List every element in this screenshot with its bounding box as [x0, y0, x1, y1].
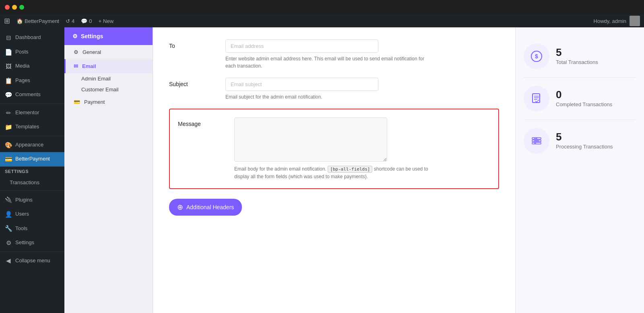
message-hint: Email body for the admin email notificat…	[234, 165, 436, 180]
dollar-circle-icon: $	[530, 50, 543, 63]
settings-nav-email[interactable]: ✉ Email	[64, 59, 153, 73]
processing-number: 5	[556, 131, 613, 143]
shortcode-tag: [bp-all-fields]	[328, 166, 372, 173]
posts-icon: 📄	[5, 48, 12, 56]
svg-rect-8	[532, 142, 541, 144]
message-textarea[interactable]	[234, 117, 387, 162]
wp-logo-icon[interactable]: ⊞	[4, 16, 10, 25]
media-icon: 🖼	[5, 62, 12, 70]
sidebar-label: Plugins	[15, 197, 33, 204]
sidebar-item-transactions[interactable]: Transactions	[0, 176, 64, 189]
completed-icon-circle	[524, 86, 549, 111]
stat-info-completed: 0 Completed Transactions	[556, 89, 612, 108]
appearance-icon: 🎨	[5, 141, 12, 149]
subject-input[interactable]	[225, 78, 378, 91]
sidebar-item-comments[interactable]: 💬 Comments	[0, 88, 64, 102]
process-lines-icon	[530, 134, 543, 147]
sidebar-label: Pages	[15, 77, 30, 84]
sidebar-item-users[interactable]: 👤 Users	[0, 207, 64, 222]
settings-nav-payment[interactable]: 💳 Payment	[64, 95, 153, 109]
settings-nav-admin-email[interactable]: Admin Email	[64, 73, 153, 84]
sidebar-label: Appearance	[15, 142, 43, 148]
sidebar-item-tools[interactable]: 🔧 Tools	[0, 221, 64, 236]
subject-hint: Email subject for the admin email notifi…	[225, 93, 427, 101]
avatar[interactable]	[630, 16, 640, 26]
tools-icon: 🔧	[5, 224, 12, 233]
sidebar-item-plugins[interactable]: 🔌 Plugins	[0, 193, 64, 207]
maximize-button[interactable]	[19, 5, 24, 10]
payment-icon: 💳	[74, 99, 80, 105]
sidebar-item-betterpayment[interactable]: 💳 BetterPayment	[0, 152, 64, 167]
message-field: Email body for the admin email notificat…	[234, 117, 490, 180]
sidebar-item-posts[interactable]: 📄 Posts	[0, 45, 64, 60]
message-row: Message Email body for the admin email n…	[178, 117, 490, 180]
sidebar-item-pages[interactable]: 📋 Pages	[0, 74, 64, 88]
window-controls	[5, 5, 24, 10]
home-icon: 🏠	[17, 18, 23, 24]
completed-number: 0	[556, 89, 612, 101]
sidebar-label: Settings	[15, 239, 34, 246]
to-input[interactable]	[225, 39, 378, 53]
sidebar-label: Posts	[15, 49, 29, 56]
content-area: ⚙ Settings ⚙ General ✉ Email Admin Email…	[64, 27, 644, 313]
site-name[interactable]: 🏠 BetterPayment	[17, 18, 59, 24]
message-section: Message Email body for the admin email n…	[169, 109, 499, 189]
message-label: Message	[178, 117, 226, 127]
settings-tab-header[interactable]: ⚙ Settings	[64, 27, 153, 45]
plus-circle-icon: ⊕	[177, 203, 183, 212]
total-label: Total Transactions	[556, 59, 598, 66]
howdy-label: Howdy, admin	[594, 18, 626, 24]
sidebar-label: Tools	[15, 225, 27, 232]
minimize-button[interactable]	[12, 5, 17, 10]
sidebar-sep-3	[0, 191, 64, 191]
new-item[interactable]: + New	[98, 18, 114, 24]
sidebar-item-settings[interactable]: ⚙ Settings	[0, 236, 64, 250]
sidebar-item-media[interactable]: 🖼 Media	[0, 59, 64, 74]
settings-section-label: Settings	[0, 167, 64, 176]
total-icon-circle: $	[524, 43, 549, 69]
subject-label: Subject	[169, 78, 217, 87]
sidebar-item-appearance[interactable]: 🎨 Appearance	[0, 138, 64, 152]
subject-field: Email subject for the admin email notifi…	[225, 78, 499, 101]
settings-nav-general[interactable]: ⚙ General	[64, 45, 153, 59]
plus-icon: +	[98, 18, 101, 24]
to-field: Enter website admin email address here. …	[225, 39, 499, 70]
revisions-item[interactable]: ↺ 4	[66, 18, 74, 24]
to-label: To	[169, 39, 217, 49]
general-icon: ⚙	[74, 49, 78, 55]
svg-text:$: $	[535, 53, 538, 60]
sidebar: ⊟ Dashboard 📄 Posts 🖼 Media 📋 Pages 💬 Co…	[0, 27, 64, 313]
sidebar-label: Elementor	[15, 109, 39, 116]
sidebar-item-elementor[interactable]: ✏ Elementor	[0, 106, 64, 120]
settings-icon: ⚙	[5, 239, 12, 247]
sidebar-item-collapse[interactable]: ◀ Collapse menu	[0, 253, 64, 268]
sidebar-label: Collapse menu	[15, 257, 50, 264]
admin-bar-right: Howdy, admin	[594, 16, 640, 26]
betterpayment-icon: 💳	[5, 155, 12, 163]
pages-icon: 📋	[5, 77, 12, 85]
settings-nav-customer-email[interactable]: Customer Email	[64, 84, 153, 95]
processing-icon-circle	[524, 128, 549, 154]
to-row: To Enter website admin email address her…	[169, 39, 499, 70]
stat-info-processing: 5 Processing Transactions	[556, 131, 613, 150]
revision-icon: ↺	[66, 18, 70, 24]
sidebar-item-templates[interactable]: 📁 Templates	[0, 120, 64, 134]
dashboard-icon: ⊟	[5, 34, 12, 42]
processing-label: Processing Transactions	[556, 143, 613, 150]
elementor-icon: ✏	[5, 109, 12, 117]
sidebar-item-dashboard[interactable]: ⊟ Dashboard	[0, 31, 64, 45]
email-icon: ✉	[74, 63, 78, 69]
additional-headers-button[interactable]: ⊕ Additional Headers	[169, 199, 242, 216]
sidebar-label: BetterPayment	[15, 156, 50, 163]
sidebar-label: Transactions	[10, 179, 39, 186]
stat-card-completed: 0 Completed Transactions	[524, 78, 636, 120]
settings-sidebar: ⚙ Settings ⚙ General ✉ Email Admin Email…	[64, 27, 153, 313]
sidebar-label: Templates	[15, 124, 39, 130]
comment-icon: 💬	[81, 18, 87, 24]
sidebar-label: Dashboard	[15, 34, 41, 41]
comments-item[interactable]: 💬 0	[81, 18, 92, 24]
sidebar-label: Comments	[15, 91, 41, 98]
sidebar-label: Users	[15, 211, 29, 218]
close-button[interactable]	[5, 5, 10, 10]
completed-label: Completed Transactions	[556, 101, 612, 108]
